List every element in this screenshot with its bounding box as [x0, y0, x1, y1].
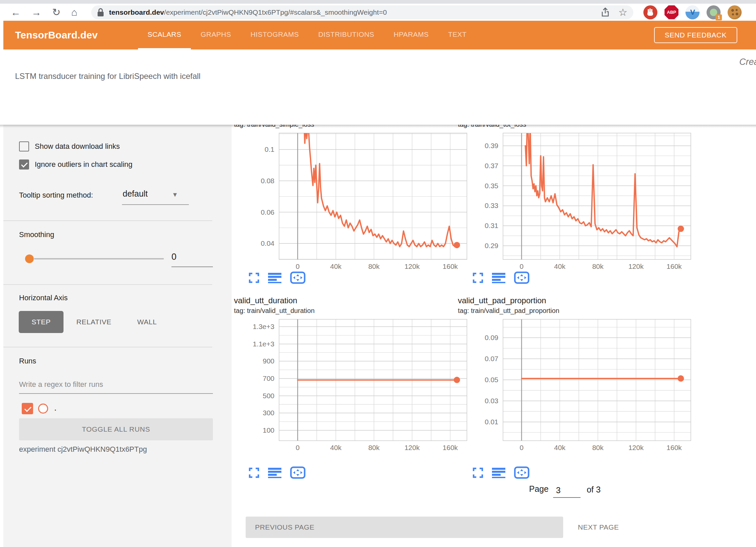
line-chart[interactable]: 0.290.310.330.350.370.39040k80k120k160k [458, 130, 692, 274]
smoothing-slider-track[interactable] [34, 258, 164, 259]
expand-chart-icon[interactable] [473, 272, 483, 283]
abp-extension-icon[interactable]: ABP [664, 5, 678, 19]
back-icon[interactable]: ← [11, 7, 21, 17]
svg-text:120k: 120k [404, 262, 420, 270]
svg-text:160k: 160k [666, 444, 682, 451]
tab-distributions[interactable]: DISTRIBUTIONS [308, 21, 384, 49]
dropdown-underline [122, 204, 189, 205]
svg-text:0.39: 0.39 [485, 142, 498, 149]
ignore-outliers-label: Ignore outliers in chart scaling [35, 160, 132, 169]
reload-icon[interactable]: ↻ [52, 7, 60, 17]
next-page-button[interactable]: NEXT PAGE [570, 517, 627, 538]
svg-text:160k: 160k [666, 262, 682, 270]
svg-text:0.03: 0.03 [485, 397, 498, 405]
svg-text:1.1e+3: 1.1e+3 [253, 340, 274, 348]
experiment-title: LSTM transducer training for LibriSpeech… [15, 72, 201, 81]
forward-icon[interactable]: → [31, 7, 41, 17]
fit-domain-icon[interactable] [514, 271, 529, 284]
svg-text:0.33: 0.33 [485, 202, 498, 209]
extensions-area: ABP V 1 [643, 5, 742, 19]
share-icon[interactable] [601, 7, 610, 17]
run-color-swatch[interactable] [38, 404, 48, 414]
fit-domain-icon[interactable] [290, 271, 305, 284]
show-download-links-label: Show data download links [35, 142, 120, 151]
runs-selector-icon[interactable] [268, 467, 281, 478]
v-extension-icon[interactable]: V [685, 5, 700, 19]
expand-chart-icon[interactable] [249, 272, 259, 283]
svg-text:40k: 40k [554, 444, 565, 451]
lock-icon[interactable] [97, 8, 104, 17]
axis-relative-button[interactable]: RELATIVE [69, 311, 119, 333]
svg-text:0: 0 [520, 444, 524, 451]
fit-domain-icon[interactable] [290, 466, 305, 479]
runs-label: Runs [19, 357, 36, 365]
tooltip-sorting-dropdown[interactable]: default [123, 189, 148, 199]
axis-wall-button[interactable]: WALL [128, 311, 166, 333]
send-feedback-button[interactable]: SEND FEEDBACK [654, 27, 737, 43]
chart-card: valid_utt_pad_proportion tag: train/vali… [458, 296, 692, 478]
expand-chart-icon[interactable] [473, 467, 483, 478]
svg-text:0.35: 0.35 [485, 182, 498, 190]
main-area: Show data download links Ignore outliers… [0, 125, 756, 547]
tooltip-sorting-label: Tooltip sorting method: [19, 191, 93, 200]
url-text: tensorboard.dev/experiment/cj2vtPiwQHKN9… [109, 8, 387, 16]
smoothing-value-underline [171, 266, 213, 267]
run-checkbox[interactable] [22, 403, 33, 414]
svg-text:0: 0 [520, 262, 524, 270]
show-download-links-checkbox[interactable] [19, 141, 29, 151]
toggle-all-runs-button[interactable]: TOGGLE ALL RUNS [19, 418, 213, 440]
page-of-label: of 3 [587, 484, 601, 495]
svg-text:0.37: 0.37 [485, 162, 498, 170]
runs-filter-input[interactable]: Write a regex to filter runs [19, 380, 103, 389]
chart-tag: tag: train/valid_simple_loss [234, 125, 314, 128]
privacy-extension-icon[interactable]: 1 [707, 5, 721, 19]
svg-text:120k: 120k [628, 262, 644, 270]
ignore-outliers-checkbox[interactable] [19, 159, 29, 170]
svg-text:0.09: 0.09 [485, 334, 498, 341]
svg-text:700: 700 [263, 374, 274, 382]
cookie-extension-icon[interactable] [728, 5, 742, 19]
adblock-extension-icon[interactable] [643, 5, 657, 19]
page-number-input[interactable]: 3 [553, 484, 581, 498]
tensorboard-logo[interactable]: TensorBoard.dev [15, 29, 98, 41]
runs-selector-icon[interactable] [268, 272, 281, 283]
chart-card: valid_simple_loss tag: train/valid_simpl… [234, 125, 468, 292]
divider [3, 347, 212, 347]
svg-text:80k: 80k [592, 444, 604, 451]
runs-filter-underline [19, 393, 213, 394]
previous-page-button[interactable]: PREVIOUS PAGE [246, 517, 563, 538]
smoothing-slider-knob[interactable] [25, 254, 34, 263]
window-top-strip [0, 0, 756, 4]
svg-text:120k: 120k [404, 444, 420, 451]
tab-hparams[interactable]: HPARAMS [384, 21, 438, 49]
bookmark-star-icon[interactable]: ☆ [618, 6, 627, 18]
tab-text[interactable]: TEXT [438, 21, 476, 49]
charts-area: valid_simple_loss tag: train/valid_simpl… [232, 125, 756, 547]
home-icon[interactable]: ⌂ [71, 7, 77, 17]
line-chart[interactable]: 1003005007009001.1e+31.3e+3040k80k120k16… [234, 317, 468, 455]
tab-scalars[interactable]: SCALARS [138, 21, 191, 49]
runs-selector-icon[interactable] [492, 467, 505, 478]
runs-selector-icon[interactable] [492, 272, 505, 283]
line-chart[interactable]: 0.010.030.050.070.09040k80k120k160k [458, 317, 692, 455]
chart-card: valid_utt_duration tag: train/valid_utt_… [234, 296, 468, 478]
line-chart[interactable]: 0.040.060.080.1040k80k120k160k [234, 130, 468, 274]
screen: ← → ↻ ⌂ tensorboard.dev/experiment/cj2vt… [0, 0, 756, 547]
axis-step-button[interactable]: STEP [19, 311, 64, 333]
svg-text:0.1: 0.1 [265, 145, 274, 153]
svg-text:80k: 80k [368, 444, 380, 451]
svg-text:160k: 160k [443, 262, 458, 270]
chart-toolbar [249, 466, 305, 479]
fit-domain-icon[interactable] [514, 466, 529, 479]
svg-text:0.29: 0.29 [485, 242, 498, 249]
tab-histograms[interactable]: HISTOGRAMS [241, 21, 308, 49]
nav-tabs: SCALARS GRAPHS HISTOGRAMS DISTRIBUTIONS … [138, 21, 477, 49]
page-label: Page [529, 484, 548, 494]
tab-graphs[interactable]: GRAPHS [191, 21, 241, 49]
smoothing-value-input[interactable]: 0 [171, 252, 176, 262]
svg-text:0.08: 0.08 [261, 177, 274, 185]
horizontal-axis-label: Horizontal Axis [19, 294, 68, 302]
expand-chart-icon[interactable] [249, 467, 259, 478]
url-bar[interactable]: tensorboard.dev/experiment/cj2vtPiwQHKN9… [91, 5, 633, 19]
chevron-down-icon[interactable]: ▾ [173, 190, 177, 199]
